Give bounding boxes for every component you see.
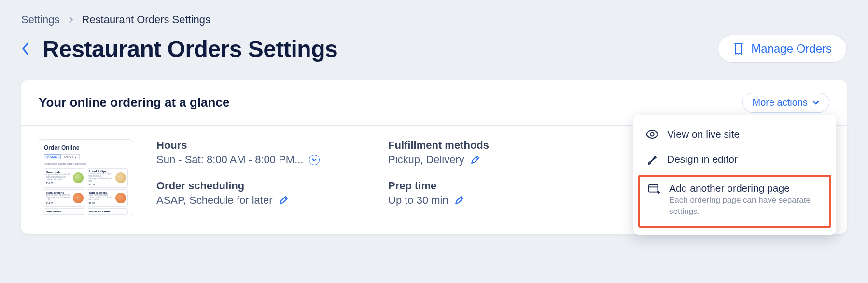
breadcrumb-current: Restaurant Orders Settings [82, 14, 211, 26]
thumbnail-tabs: Pickup Delivery [44, 154, 128, 159]
chevron-down-icon [311, 158, 317, 162]
add-page-icon [648, 184, 660, 195]
stat-value: Up to 30 min [388, 194, 448, 207]
stat-prep: Prep time Up to 30 min [388, 180, 562, 207]
glance-card: Your online ordering at a glance More ac… [21, 80, 847, 234]
thumbnail-item: Bread & dipsHomemade sourdough with humm… [87, 168, 128, 188]
menu-item-label: Design in editor [667, 154, 738, 165]
back-button[interactable] [21, 42, 30, 56]
menu-view-live-site[interactable]: View on live site [633, 122, 836, 147]
thumbnail-item: Mozzarella fritta [87, 208, 128, 215]
stat-value: ASAP, Schedule for later [156, 194, 273, 207]
edit-prep-button[interactable] [454, 196, 464, 205]
pencil-icon [279, 196, 288, 205]
svg-rect-1 [649, 185, 658, 192]
card-title: Your online ordering at a glance [39, 95, 229, 110]
chevron-down-icon [812, 100, 819, 105]
receipt-icon [733, 42, 744, 55]
chevron-left-icon [21, 42, 30, 56]
manage-orders-button[interactable]: Manage Orders [718, 35, 847, 63]
thumbnail-tab-pickup: Pickup [44, 154, 61, 159]
stat-label: Order scheduling [156, 180, 330, 192]
more-actions-button[interactable]: More actions [742, 93, 830, 113]
pencil-icon [470, 155, 480, 165]
edit-scheduling-button[interactable] [279, 196, 288, 205]
thumbnail-item: Tuna cevicheSeared tuna, fresh herbs, li… [44, 189, 85, 207]
eye-icon [646, 129, 658, 139]
thumbnail-heading: Order Online [44, 144, 128, 151]
breadcrumb: Settings Restaurant Orders Settings [21, 14, 847, 26]
stat-label: Hours [156, 139, 330, 152]
stat-value: Pickup, Delivery [388, 154, 464, 166]
brush-icon [646, 155, 658, 166]
manage-orders-label: Manage Orders [751, 42, 832, 56]
menu-add-ordering-page[interactable]: Add another ordering page Each ordering … [638, 175, 831, 228]
thumbnail-item: Bruschetta [44, 208, 85, 215]
stat-label: Fulfillment methods [388, 139, 562, 152]
page-title: Restaurant Orders Settings [42, 36, 337, 62]
menu-item-label: Add another ordering page [669, 183, 822, 194]
stat-fulfillment: Fulfillment methods Pickup, Delivery [388, 139, 562, 166]
ordering-page-thumbnail[interactable]: Order Online Pickup Delivery Appetizers … [39, 139, 133, 216]
chevron-right-icon [69, 16, 73, 24]
stat-hours: Hours Sun - Sat: 8:00 AM - 8:00 PM... [156, 139, 330, 166]
menu-item-label: View on live site [667, 128, 740, 140]
stat-scheduling: Order scheduling ASAP, Schedule for late… [156, 180, 330, 207]
thumbnail-categories: Appetizers Mains Sides Desserts [44, 162, 128, 165]
thumbnail-item: Green saladA garden fresh salad with sea… [44, 168, 85, 188]
expand-hours-button[interactable] [309, 155, 320, 165]
thumbnail-tab-delivery: Delivery [61, 154, 80, 159]
menu-design-in-editor[interactable]: Design in editor [633, 147, 836, 173]
more-actions-menu: View on live site Design in editor Add a… [633, 115, 836, 235]
menu-item-subtitle: Each ordering page can have separate set… [669, 195, 822, 217]
stat-value: Sun - Sat: 8:00 AM - 8:00 PM... [156, 154, 303, 166]
svg-point-0 [651, 133, 654, 136]
edit-fulfillment-button[interactable] [470, 155, 480, 165]
pencil-icon [454, 196, 464, 205]
thumbnail-item: Tofu skewersChilli marinated tofu, serve… [87, 189, 128, 207]
stat-label: Prep time [388, 180, 562, 192]
more-actions-label: More actions [753, 97, 808, 108]
breadcrumb-settings-link[interactable]: Settings [21, 14, 60, 26]
